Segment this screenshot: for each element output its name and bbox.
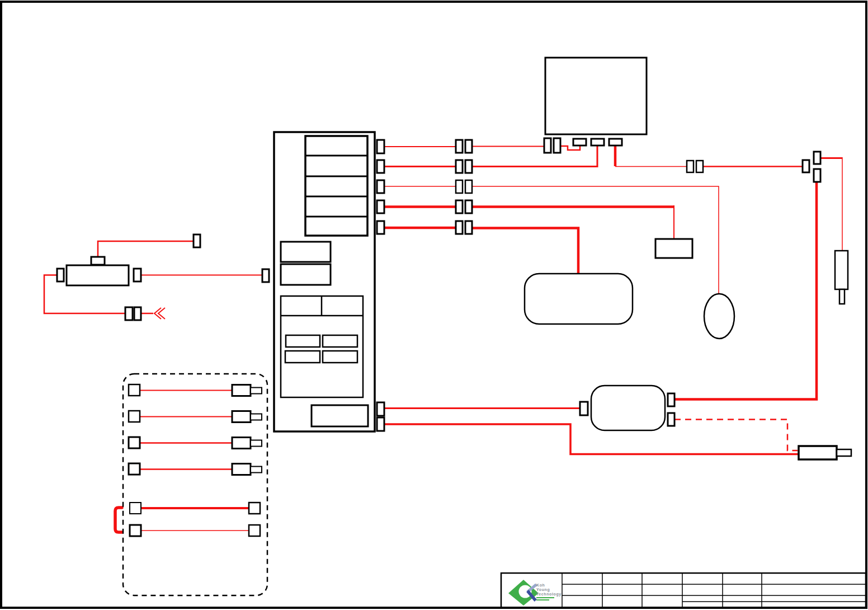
- logo-tagline-bar: [536, 599, 549, 600]
- group-cell: [285, 351, 320, 363]
- accessory-connector: [129, 437, 140, 448]
- logo-tagline-bar: [536, 597, 554, 598]
- monitor-connector: [554, 138, 560, 153]
- plug-body: [799, 446, 837, 459]
- inline-connector: [456, 221, 463, 234]
- barrel-plug: [232, 411, 251, 423]
- inline-connector: [465, 200, 472, 213]
- hub-connector-right-top: [668, 393, 674, 406]
- monitor-port: [573, 139, 586, 146]
- wire-hub-riser: [674, 182, 817, 400]
- wire-bracket: [115, 508, 122, 532]
- schematic-page: Koh Young Technology: [0, 0, 868, 610]
- accessory-connector: [129, 411, 140, 422]
- port-connector-left: [262, 269, 269, 282]
- rounded-device-box: [525, 274, 633, 324]
- port-connector: [377, 160, 384, 173]
- port-connector: [134, 269, 141, 281]
- small-device-box: [655, 239, 692, 258]
- barrel-plug: [232, 464, 251, 475]
- monitor-connector: [544, 138, 551, 153]
- inline-connector: [456, 180, 463, 193]
- mouse-device: [704, 294, 734, 339]
- wire-device-top: [98, 241, 194, 257]
- left-device-top-port: [91, 257, 105, 265]
- accessory-connector: [129, 384, 140, 396]
- accessory-connector: [249, 503, 260, 514]
- barrel-plug-tip: [251, 414, 262, 420]
- inline-connector: [134, 307, 141, 320]
- wire-row2-right: [472, 145, 597, 167]
- accessory-connector: [130, 503, 141, 514]
- koh-young-logo: Koh Young Technology: [508, 580, 562, 606]
- dongle-body: [835, 251, 848, 289]
- inline-connector: [687, 161, 694, 172]
- dongle-stub: [839, 289, 845, 304]
- port-connector: [377, 417, 384, 431]
- accessory-connector: [129, 463, 140, 475]
- logo-text-line2: Young: [536, 588, 550, 592]
- barrel-plug-tip: [251, 388, 262, 394]
- right-connector: [814, 169, 820, 182]
- inline-connector: [465, 140, 472, 153]
- inline-connector: [125, 307, 133, 320]
- logo-text-line3: Technology: [536, 592, 562, 597]
- accessory-dashed-box: [123, 374, 267, 595]
- title-block: [501, 573, 866, 608]
- hub-connector-left: [580, 402, 588, 415]
- port-connector: [377, 221, 384, 234]
- group-cell: [323, 351, 357, 363]
- controller-module-b: [281, 264, 331, 285]
- plug-tip: [837, 449, 851, 456]
- controller-slot-stack: [305, 136, 367, 236]
- port-connector: [377, 140, 384, 153]
- hub-box: [591, 386, 665, 430]
- inline-connector: [456, 160, 463, 173]
- wiring-diagram-canvas: Koh Young Technology: [0, 0, 868, 610]
- accessory-connector: [249, 525, 260, 536]
- port-connector: [57, 269, 64, 281]
- inline-connector: [456, 140, 463, 153]
- port-connector: [377, 180, 384, 193]
- barrel-plug: [232, 385, 251, 396]
- inline-connector: [696, 161, 703, 172]
- right-connector: [814, 152, 820, 164]
- wire-hub-plug-dashed: [674, 420, 798, 451]
- controller-bottom-module: [312, 405, 368, 426]
- inline-connector: [465, 160, 472, 173]
- title-block-border: [501, 573, 866, 608]
- monitor-box: [545, 58, 647, 134]
- monitor-port: [591, 139, 604, 146]
- barrel-plug-tip: [251, 467, 262, 473]
- group-cell: [323, 335, 357, 347]
- barrel-plug-tip: [251, 440, 262, 447]
- inline-connector: [465, 180, 472, 193]
- inline-connector: [465, 221, 472, 234]
- port-connector: [377, 402, 384, 416]
- remote-connector: [194, 234, 200, 247]
- accessory-connector: [130, 525, 141, 536]
- port-connector: [377, 200, 384, 213]
- left-device-box: [67, 265, 129, 285]
- right-connector: [803, 160, 809, 172]
- monitor-port: [609, 139, 622, 146]
- controller-module-a: [281, 242, 331, 262]
- inline-connector: [456, 200, 463, 213]
- wire-plug-feed: [384, 424, 799, 454]
- barrel-plug: [232, 438, 251, 449]
- component-layer: [57, 58, 851, 595]
- wire-row5-right: [472, 228, 578, 274]
- page-border: [1, 2, 866, 608]
- group-cell: [286, 335, 320, 347]
- logo-text-line1: Koh: [536, 583, 545, 587]
- hub-connector-right-bottom: [668, 413, 674, 426]
